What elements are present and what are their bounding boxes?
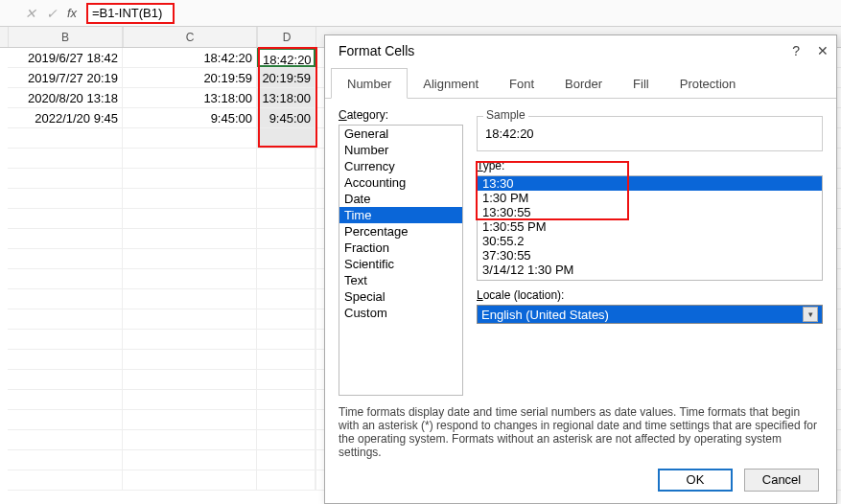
cell-d4[interactable]: 9:45:00 [257,108,315,127]
category-label: Category: [339,108,463,122]
category-item-fraction[interactable]: Fraction [339,240,462,256]
locale-select[interactable]: English (United States) ▾ [477,305,823,324]
formula-input[interactable]: =B1-INT(B1) [86,3,175,24]
type-item-133055[interactable]: 13:30:55 [478,205,822,219]
type-item-30552[interactable]: 30:55.2 [478,234,822,248]
cancel-formula-icon: ✕ [25,6,36,21]
cell-b1[interactable]: 2019/6/27 18:42 [8,48,123,67]
cell-d2[interactable]: 20:19:59 [257,68,315,87]
locale-label: Locale (location): [477,288,823,302]
dialog-tabs: Number Alignment Font Border Fill Protec… [325,66,836,99]
tab-border[interactable]: Border [549,69,618,98]
fx-icon[interactable]: fx [67,6,77,20]
category-item-percentage[interactable]: Percentage [339,223,462,240]
cell-c3[interactable]: 13:18:00 [123,88,257,107]
column-header-b[interactable]: B [8,27,123,47]
formula-icons: ✕ ✓ fx [0,6,86,21]
column-header-d[interactable]: D [257,27,316,47]
category-item-custom[interactable]: Custom [339,305,462,321]
category-item-general[interactable]: General [339,126,462,142]
category-item-number[interactable]: Number [339,142,462,158]
accept-formula-icon: ✓ [46,6,58,21]
category-item-time[interactable]: Time [339,207,462,223]
type-item-373055[interactable]: 37:30:55 [478,248,822,263]
tab-number[interactable]: Number [331,68,408,99]
help-icon[interactable]: ? [792,43,800,58]
dialog-titlebar: Format Cells ? ✕ [325,35,836,66]
tab-font[interactable]: Font [494,69,549,98]
ok-button[interactable]: OK [658,469,733,492]
type-label: Type: [477,159,823,172]
type-item-130pm[interactable]: 1:30 PM [478,191,822,205]
type-item-13055pm[interactable]: 1:30:55 PM [478,219,822,234]
locale-value: English (United States) [481,308,609,322]
cell-b3[interactable]: 2020/8/20 13:18 [8,88,123,107]
cell-b4[interactable]: 2022/1/20 9:45 [8,108,123,127]
cell-b2[interactable]: 2019/7/27 20:19 [8,68,123,87]
format-cells-dialog: Format Cells ? ✕ Number Alignment Font B… [324,34,837,504]
category-item-text[interactable]: Text [339,272,462,288]
category-item-currency[interactable]: Currency [339,158,462,174]
sample-box: Sample 18:42:20 [477,116,823,151]
category-item-date[interactable]: Date [339,191,462,207]
tab-fill[interactable]: Fill [618,69,665,98]
tab-alignment[interactable]: Alignment [408,69,494,98]
category-item-accounting[interactable]: Accounting [339,174,462,191]
category-list[interactable]: General Number Currency Accounting Date … [339,125,463,396]
type-list[interactable]: 13:30 1:30 PM 13:30:55 1:30:55 PM 30:55.… [477,175,823,281]
category-item-scientific[interactable]: Scientific [339,256,462,272]
help-text: Time formats display date and time seria… [339,405,823,459]
cell-d1[interactable]: 18:42:20 [257,48,315,67]
dialog-title: Format Cells [339,43,414,58]
sample-value: 18:42:20 [485,123,814,141]
column-header-c[interactable]: C [123,27,257,47]
type-item-1330[interactable]: 13:30 [478,176,822,191]
formula-bar: ✕ ✓ fx =B1-INT(B1) [0,0,841,27]
cancel-button[interactable]: Cancel [744,469,819,492]
cell-c2[interactable]: 20:19:59 [123,68,257,87]
chevron-down-icon[interactable]: ▾ [803,307,818,322]
close-icon[interactable]: ✕ [817,43,829,58]
cell-d3[interactable]: 13:18:00 [257,88,315,107]
cell-c1[interactable]: 18:42:20 [123,48,257,67]
cell-c4[interactable]: 9:45:00 [123,108,257,127]
sample-label: Sample [483,108,528,122]
tab-protection[interactable]: Protection [665,69,752,98]
type-item-date130pm[interactable]: 3/14/12 1:30 PM [478,263,822,277]
category-item-special[interactable]: Special [339,288,462,305]
